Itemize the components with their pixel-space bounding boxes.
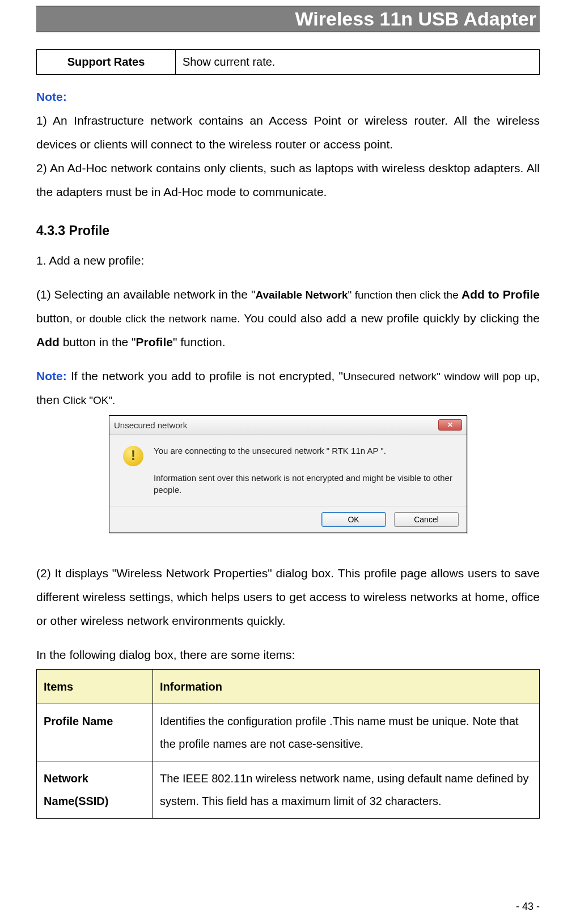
table-row: Network Name(SSID) The IEEE 802.11n wire… bbox=[37, 761, 540, 819]
dialog-line1: You are connecting to the unsecured netw… bbox=[154, 446, 386, 455]
p3b: Unsecured network bbox=[343, 371, 437, 382]
para-2: (2) It displays "Wireless Network Proper… bbox=[36, 561, 540, 633]
note-para-1: Note: 1) An Infrastructure network conta… bbox=[36, 85, 540, 204]
items-table: Items Information Profile Name Identifie… bbox=[36, 669, 540, 819]
p2c: " function then click the bbox=[348, 289, 462, 301]
table-row: Profile Name Identifies the configuratio… bbox=[37, 704, 540, 761]
page-banner: Wireless 11n USB Adapter bbox=[36, 6, 540, 32]
cell-profile-desc: Identifies the configuration profile .Th… bbox=[153, 704, 540, 761]
cell-ssid: Network Name(SSID) bbox=[37, 761, 153, 819]
note-label: Note: bbox=[36, 90, 67, 103]
p2b: Available Network bbox=[255, 289, 348, 301]
p2f: , or double click the network name. bbox=[69, 313, 240, 325]
support-rates-label: Support Rates bbox=[37, 50, 176, 75]
p3e: Click "OK". bbox=[63, 394, 116, 406]
p2e: button bbox=[36, 312, 69, 325]
cell-ssid-desc: The IEEE 802.11n wireless network name, … bbox=[153, 761, 540, 819]
table-row: Support Rates Show current rate. bbox=[37, 50, 540, 75]
note-text-2: 2) An Ad-Hoc network contains only clien… bbox=[36, 161, 540, 198]
p2k: " function. bbox=[173, 335, 226, 348]
cancel-button[interactable]: Cancel bbox=[394, 512, 459, 527]
p2i: button in the " bbox=[60, 335, 136, 348]
para-3: In the following dialog box, there are s… bbox=[36, 643, 540, 667]
p3a: If the network you add to profile is not… bbox=[67, 369, 343, 382]
p2h: Add bbox=[36, 335, 60, 348]
dialog-title: Unsecured network bbox=[114, 420, 187, 430]
dialog-titlebar: Unsecured network ✕ bbox=[109, 416, 467, 435]
warning-icon bbox=[123, 446, 143, 466]
p2d: Add to Profile bbox=[461, 288, 540, 301]
cell-profile-name: Profile Name bbox=[37, 704, 153, 761]
col-items: Items bbox=[37, 670, 153, 704]
table-header-row: Items Information bbox=[37, 670, 540, 704]
p2g: You could also add a new profile quickly… bbox=[240, 312, 540, 325]
dialog-line2: Information sent over this network is no… bbox=[154, 472, 453, 496]
page-number: - 43 - bbox=[516, 901, 540, 913]
note-text-1: 1) An Infrastructure network contains an… bbox=[36, 114, 540, 151]
col-information: Information bbox=[153, 670, 540, 704]
ok-button[interactable]: OK bbox=[321, 512, 386, 527]
profile-p3: Note: If the network you add to profile … bbox=[36, 364, 540, 412]
support-rates-table: Support Rates Show current rate. bbox=[36, 49, 540, 75]
dialog-footer: OK Cancel bbox=[109, 506, 467, 533]
dialog-body: You are connecting to the unsecured netw… bbox=[109, 435, 467, 506]
close-icon[interactable]: ✕ bbox=[438, 419, 462, 431]
note2-label: Note: bbox=[36, 369, 67, 382]
profile-p1: 1. Add a new profile: bbox=[36, 249, 540, 272]
p2a: (1) Selecting an available network in th… bbox=[36, 288, 255, 301]
p3c: " window will pop up bbox=[437, 371, 536, 382]
section-heading: 4.3.3 Profile bbox=[36, 223, 540, 239]
p2j: Profile bbox=[136, 335, 173, 348]
profile-p2: (1) Selecting an available network in th… bbox=[36, 283, 540, 354]
unsecured-network-dialog: Unsecured network ✕ You are connecting t… bbox=[109, 415, 467, 533]
support-rates-value: Show current rate. bbox=[176, 50, 540, 75]
